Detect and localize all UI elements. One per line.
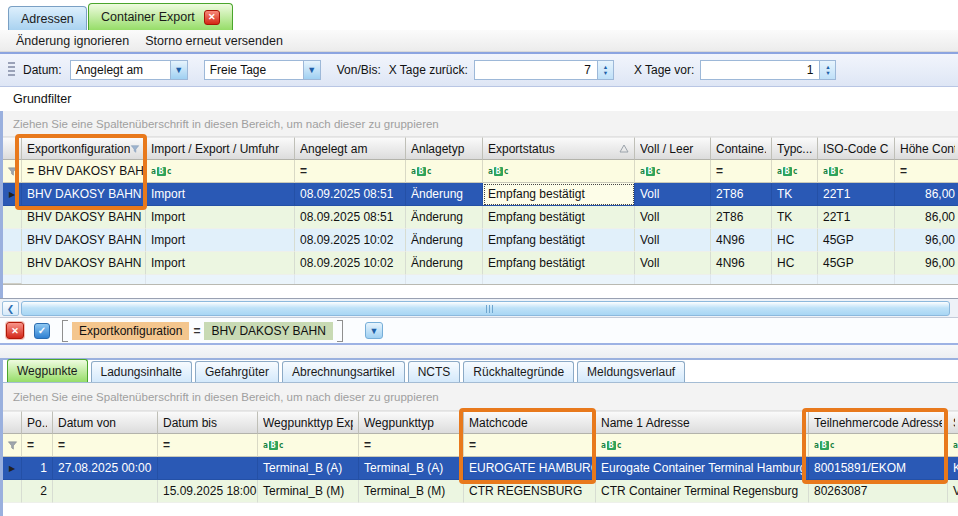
- column-header-anlagetyp[interactable]: Anlagetyp: [406, 137, 483, 160]
- filter-field-chip[interactable]: Exportkonfiguration: [72, 322, 189, 340]
- grid-cell-voll-leer[interactable]: Voll: [635, 206, 711, 229]
- column-header-iso-code-c[interactable]: ISO-Code C...: [818, 137, 895, 160]
- grid-cell-wegpunkttyp[interactable]: Terminal_B (A): [359, 457, 464, 480]
- row-indicator[interactable]: ▶: [3, 183, 22, 206]
- row-indicator[interactable]: [3, 252, 22, 275]
- grid-cell-datum-von[interactable]: [53, 480, 158, 503]
- row-indicator[interactable]: [3, 480, 22, 503]
- filter-cell-typc[interactable]: aBc: [772, 160, 818, 183]
- grid-cell-voll-leer[interactable]: Voll: [635, 252, 711, 275]
- grid-cell-angelegt-am[interactable]: 08.09.2025 10:02: [295, 252, 406, 275]
- scrollbar-thumb[interactable]: [21, 301, 950, 316]
- column-header-exportkonfiguration[interactable]: Exportkonfiguration: [22, 137, 146, 160]
- grid-cell-exportkonfiguration[interactable]: BHV DAKOSY BAHN: [22, 183, 146, 206]
- filter-cell-name-1-adresse[interactable]: aBc: [596, 434, 809, 457]
- table-row[interactable]: BHV DAKOSY BAHNImport08.09.2025 10:02Änd…: [3, 229, 958, 252]
- grid-cell-teilnehmercode-adresse[interactable]: 80015891/EKOM: [809, 457, 948, 480]
- grid-cell-datum-bis[interactable]: 15.09.2025 18:00: [158, 480, 258, 503]
- grid-cell-wegpunkttyp-exp[interactable]: Terminal_B (M): [258, 480, 359, 503]
- x-tage-zurueck-stepper[interactable]: 7 ▲▼: [474, 60, 614, 80]
- zeitraum-select[interactable]: Freie Tage ▼: [204, 60, 321, 80]
- spinner-arrows-icon[interactable]: ▲▼: [597, 61, 613, 79]
- column-header-höhe-conta[interactable]: Höhe Conta..: [895, 137, 958, 160]
- filter-cell-exportstatus[interactable]: aBc: [483, 160, 635, 183]
- filter-value-chip[interactable]: BHV DAKOSY BAHN: [204, 322, 332, 340]
- grid-cell-voll-leer[interactable]: Voll: [635, 183, 711, 206]
- column-header-matchcode[interactable]: Matchcode: [464, 411, 596, 434]
- grid-cell-angelegt-am[interactable]: 08.09.2025 08:51: [295, 206, 406, 229]
- grid-cell-containe[interactable]: 2T86: [711, 183, 772, 206]
- grid-cell-iso-code-c[interactable]: 22T1: [818, 183, 895, 206]
- grid-cell-voll-leer[interactable]: Voll: [635, 229, 711, 252]
- table-row[interactable]: BHV DAKOSY BAHNImport08.09.2025 10:02Änd…: [3, 252, 958, 275]
- column-header-voll-leer[interactable]: Voll / Leer: [635, 137, 711, 160]
- remove-filter-button[interactable]: ✕: [6, 322, 24, 339]
- grid-cell-teilnehmercode-adresse[interactable]: 80263087: [809, 480, 948, 503]
- column-filter-funnel-icon[interactable]: [130, 144, 140, 154]
- column-header-s[interactable]: S: [948, 411, 958, 434]
- grid-cell-wegpunkttyp-exp[interactable]: Terminal_B (A): [258, 457, 359, 480]
- grid-cell-typc[interactable]: HC: [772, 252, 818, 275]
- filter-cell-datum-bis[interactable]: =: [158, 434, 258, 457]
- grid-cell-anlagetyp[interactable]: Änderung: [406, 183, 483, 206]
- column-header-wegpunkttyp[interactable]: Wegpunkttyp: [359, 411, 464, 434]
- tab-adressen[interactable]: Adressen: [8, 6, 87, 30]
- filter-cell-höhe-conta[interactable]: =: [895, 160, 958, 183]
- grid-cell-datum-von[interactable]: 27.08.2025 00:00: [53, 457, 158, 480]
- grid-cell-iso-code-c[interactable]: 22T1: [818, 206, 895, 229]
- tab-meldungsverlauf[interactable]: Meldungsverlauf: [577, 361, 685, 382]
- grid-cell-import-export-umfuhr[interactable]: Import: [146, 252, 295, 275]
- row-indicator[interactable]: [3, 206, 22, 229]
- grid-cell-exportstatus[interactable]: Empfang bestätigt: [483, 206, 635, 229]
- filter-cell-wegpunkttyp[interactable]: =: [359, 434, 464, 457]
- grid-cell-name-1-adresse[interactable]: Eurogate Container Terminal Hamburg: [596, 457, 809, 480]
- column-header-name-1-adresse[interactable]: Name 1 Adresse: [596, 411, 809, 434]
- grid-cell-typc[interactable]: TK: [772, 183, 818, 206]
- chevron-down-icon[interactable]: ▼: [170, 61, 187, 79]
- column-header-datum-von[interactable]: Datum von: [53, 411, 158, 434]
- column-header-teilnehmercode-adresse[interactable]: Teilnehmercode Adresse: [809, 411, 948, 434]
- filter-cell-teilnehmercode-adresse[interactable]: aBc: [809, 434, 948, 457]
- grid-cell-anlagetyp[interactable]: Änderung: [406, 206, 483, 229]
- chevron-down-icon[interactable]: ▼: [303, 61, 320, 79]
- grid-cell-s[interactable]: K: [948, 457, 958, 480]
- filter-cell-containe[interactable]: =: [711, 160, 772, 183]
- column-header-angelegt-am[interactable]: Angelegt am: [295, 137, 406, 160]
- grid-cell-iso-code-c[interactable]: 45GP: [818, 229, 895, 252]
- grid-cell-containe[interactable]: 4N96: [711, 229, 772, 252]
- column-header-exportstatus[interactable]: Exportstatus: [483, 137, 635, 160]
- grid-cell-anlagetyp[interactable]: Änderung: [406, 229, 483, 252]
- table-row[interactable]: BHV DAKOSY BAHNImport08.09.2025 08:51Änd…: [3, 206, 958, 229]
- grid-cell-anlagetyp[interactable]: Änderung: [406, 252, 483, 275]
- column-header-typc[interactable]: Typc...: [772, 137, 818, 160]
- grid-cell-po[interactable]: 2: [22, 480, 53, 503]
- filter-cell-s[interactable]: aBc: [948, 434, 958, 457]
- filter-cell-import-export-umfuhr[interactable]: aBc: [146, 160, 295, 183]
- toolbar-grip-icon[interactable]: [8, 62, 15, 78]
- filter-cell-angelegt-am[interactable]: =: [295, 160, 406, 183]
- tab-abrechnungsartikel[interactable]: Abrechnungsartikel: [282, 361, 405, 382]
- datum-select[interactable]: Angelegt am ▼: [70, 60, 188, 80]
- grid-cell-iso-code-c[interactable]: 45GP: [818, 252, 895, 275]
- grid-cell-exportstatus[interactable]: Empfang bestätigt: [483, 252, 635, 275]
- row-indicator[interactable]: [3, 229, 22, 252]
- column-header-wegpunkttyp-exp[interactable]: Wegpunkttyp Exp...: [258, 411, 359, 434]
- tab-gefahrgueter[interactable]: Gefahrgüter: [195, 361, 279, 382]
- grid-cell-höhe-conta[interactable]: 86,00: [895, 183, 958, 206]
- grid-cell-name-1-adresse[interactable]: CTR Container Terminal Regensburg: [596, 480, 809, 503]
- filter-cell-iso-code-c[interactable]: aBc: [818, 160, 895, 183]
- x-tage-zurueck-value[interactable]: 7: [475, 61, 597, 79]
- grid-cell-matchcode[interactable]: EUROGATE HAMBURG: [464, 457, 596, 480]
- table-row[interactable]: ▶BHV DAKOSY BAHNImport08.09.2025 08:51Än…: [3, 183, 958, 206]
- tab-ladungsinhalte[interactable]: Ladungsinhalte: [91, 361, 192, 382]
- spinner-arrows-icon[interactable]: ▲▼: [819, 61, 835, 79]
- grid-cell-exportkonfiguration[interactable]: BHV DAKOSY BAHN: [22, 252, 146, 275]
- panel-splitter[interactable]: [0, 345, 958, 358]
- filter-cell-matchcode[interactable]: =: [464, 434, 596, 457]
- column-header-containe[interactable]: Containe...: [711, 137, 772, 160]
- grid-cell-exportstatus[interactable]: Empfang bestätigt: [483, 183, 635, 206]
- grid-cell-exportstatus[interactable]: Empfang bestätigt: [483, 229, 635, 252]
- filter-cell-exportkonfiguration[interactable]: =BHV DAKOSY BAHN: [22, 160, 146, 183]
- grid-cell-containe[interactable]: 2T86: [711, 206, 772, 229]
- grid-cell-typc[interactable]: TK: [772, 206, 818, 229]
